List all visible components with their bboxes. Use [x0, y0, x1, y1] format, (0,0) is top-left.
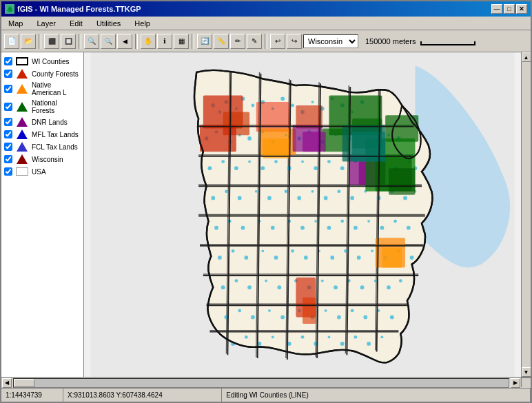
- refresh-button[interactable]: 🔄: [197, 34, 212, 49]
- scroll-down-button[interactable]: ▼: [522, 367, 531, 377]
- legend-check-national-forests[interactable]: [4, 103, 12, 111]
- svg-point-75: [337, 189, 340, 193]
- pan-button[interactable]: ✋: [141, 34, 156, 49]
- scroll-track-horizontal[interactable]: [13, 378, 509, 388]
- toolbar: 📄 📂 ⬛ 🔲 🔍 🔍 ◀ ✋ ℹ ▦ 🔄 📏 ✏ ✎ ↩ ↪ Wisconsi…: [1, 30, 531, 52]
- zoom-out-button[interactable]: 🔍: [101, 34, 116, 49]
- legend-check-wi-counties[interactable]: [4, 57, 12, 65]
- svg-point-89: [314, 220, 317, 223]
- svg-point-105: [330, 256, 334, 260]
- legend-item-usa: USA: [3, 165, 82, 178]
- legend-check-native-american[interactable]: [4, 85, 12, 93]
- svg-point-23: [280, 96, 285, 101]
- svg-point-114: [247, 285, 252, 289]
- svg-point-24: [291, 103, 294, 107]
- scroll-right-button[interactable]: ▶: [511, 378, 520, 388]
- menu-edit[interactable]: Edit: [65, 19, 87, 28]
- svg-point-96: [407, 226, 411, 230]
- measure-button[interactable]: 📏: [214, 34, 229, 49]
- app-icon: 🌲: [5, 4, 14, 14]
- legend-label-mfl-tax-lands: MFL Tax Lands: [32, 131, 79, 138]
- legend-label-national-forests: National Forests: [32, 99, 81, 114]
- svg-point-94: [380, 226, 384, 230]
- zoom-in-button[interactable]: 🔍: [84, 34, 99, 49]
- svg-point-120: [334, 285, 338, 289]
- legend-label-fcl-tax-lands: FCL Tax Lands: [32, 143, 78, 151]
- edit2-button[interactable]: ✎: [247, 34, 262, 49]
- toolbar-separator-3: [135, 34, 138, 49]
- svg-rect-161: [303, 298, 316, 324]
- map-canvas-area[interactable]: [84, 52, 521, 377]
- svg-point-82: [214, 226, 218, 230]
- main-window: 🌲 fGIS - WI Managed Forests.TTKGP — □ ✕ …: [0, 0, 532, 403]
- menu-layer[interactable]: Layer: [32, 19, 60, 28]
- menu-help[interactable]: Help: [130, 19, 154, 28]
- zoom-extent-button[interactable]: ⬛: [44, 34, 59, 49]
- legend-item-wisconsin: Wisconsin: [3, 153, 82, 165]
- legend-sym-national-forests: [15, 102, 29, 112]
- legend-item-national-forests: National Forests: [3, 98, 82, 116]
- location-dropdown[interactable]: Wisconsin: [303, 34, 358, 48]
- new-button[interactable]: 📄: [4, 34, 19, 49]
- scale-text-value: 150000 meters: [365, 37, 416, 45]
- svg-point-99: [244, 256, 248, 260]
- scroll-left-button[interactable]: ◀: [2, 378, 12, 388]
- zoom-previous-button[interactable]: ◀: [117, 34, 132, 49]
- legend-check-usa[interactable]: [4, 167, 12, 176]
- vertical-scrollbar: ▲ ▼: [521, 52, 531, 377]
- menu-utilities[interactable]: Utilities: [92, 19, 125, 28]
- legend-check-fcl-tax-lands[interactable]: [4, 143, 12, 151]
- svg-rect-159: [296, 105, 322, 129]
- menu-bar: Map Layer Edit Utilities Help: [1, 17, 531, 30]
- svg-point-144: [301, 335, 305, 339]
- svg-point-76: [350, 196, 354, 200]
- svg-point-54: [274, 160, 278, 163]
- zoom-layer-button[interactable]: 🔲: [61, 34, 76, 49]
- legend-item-fcl-tax-lands: FCL Tax Lands: [3, 141, 82, 153]
- native-american-symbol: [17, 84, 28, 94]
- scroll-thumb-horizontal[interactable]: [14, 379, 34, 387]
- svg-point-90: [327, 226, 331, 230]
- svg-point-58: [327, 160, 331, 163]
- legend-label-wisconsin: Wisconsin: [32, 156, 63, 163]
- open-button[interactable]: 📂: [21, 34, 36, 49]
- scroll-up-button[interactable]: ▲: [522, 52, 531, 62]
- svg-point-70: [267, 196, 272, 200]
- legend-check-wisconsin[interactable]: [4, 155, 12, 163]
- select-button[interactable]: ▦: [174, 34, 189, 49]
- svg-point-68: [238, 196, 242, 200]
- identify-button[interactable]: ℹ: [157, 34, 172, 49]
- svg-point-73: [311, 190, 314, 193]
- undo-button[interactable]: ↩: [270, 34, 285, 49]
- redo-button[interactable]: ↪: [287, 34, 302, 49]
- svg-rect-165: [382, 248, 402, 268]
- svg-point-148: [354, 335, 357, 339]
- svg-point-52: [248, 161, 251, 163]
- scale-label: 150000 meters: [365, 37, 475, 45]
- svg-point-26: [311, 101, 314, 103]
- svg-point-59: [340, 166, 345, 170]
- svg-point-88: [300, 226, 305, 230]
- resize-handle[interactable]: [521, 378, 531, 387]
- minimize-button[interactable]: —: [491, 4, 502, 14]
- toolbar-separator-5: [265, 34, 267, 49]
- toolbar-separator-4: [192, 34, 194, 49]
- legend-sym-usa: [15, 167, 29, 176]
- legend-check-mfl-tax-lands[interactable]: [4, 130, 12, 138]
- svg-rect-174: [352, 132, 385, 161]
- close-button[interactable]: ✕: [516, 4, 527, 14]
- edit-button[interactable]: ✏: [230, 34, 245, 49]
- maximize-button[interactable]: □: [504, 4, 515, 14]
- svg-point-124: [387, 285, 391, 289]
- menu-map[interactable]: Map: [4, 19, 27, 28]
- legend-check-county-forests[interactable]: [4, 70, 12, 78]
- status-editing: Editing WI Counties (LINE): [222, 389, 531, 402]
- svg-point-150: [380, 335, 383, 338]
- svg-point-125: [399, 279, 402, 282]
- scroll-track-vertical[interactable]: [522, 62, 531, 367]
- legend-check-dnr-lands[interactable]: [4, 118, 12, 126]
- svg-point-102: [291, 249, 294, 253]
- svg-point-53: [260, 166, 265, 170]
- svg-point-127: [238, 309, 241, 312]
- svg-point-128: [251, 316, 255, 320]
